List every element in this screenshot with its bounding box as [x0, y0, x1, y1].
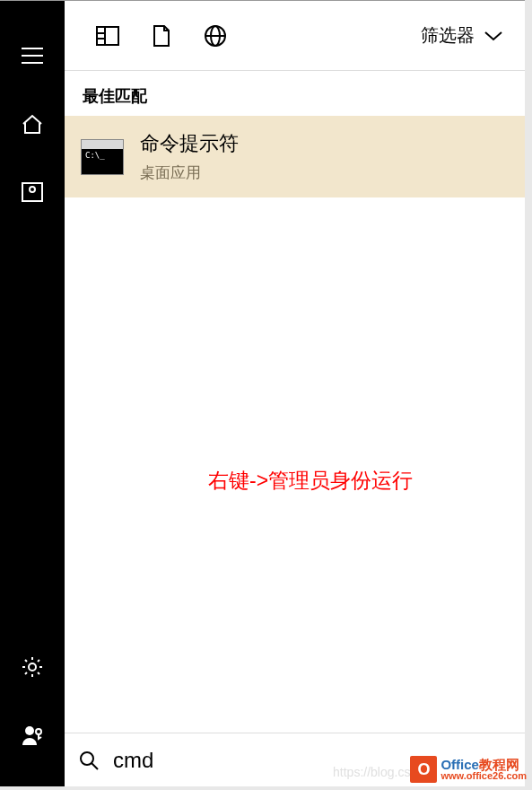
main-panel: 筛选器 最佳匹配 命令提示符 桌面应用 右键->管理员身份运行 [65, 1, 525, 786]
hamburger-icon[interactable] [0, 31, 65, 80]
best-match-header: 最佳匹配 [65, 71, 525, 116]
filter-dropdown[interactable]: 筛选器 [421, 23, 509, 48]
result-cmd[interactable]: 命令提示符 桌面应用 [65, 116, 525, 198]
office-url: www.office26.com [440, 771, 527, 781]
search-icon [79, 750, 99, 770]
filter-label: 筛选器 [421, 23, 475, 48]
svg-rect-8 [97, 27, 118, 45]
result-title: 命令提示符 [140, 130, 239, 157]
annotation-text: 右键->管理员身份运行 [208, 467, 413, 495]
svg-line-16 [92, 763, 98, 769]
svg-point-6 [25, 726, 34, 735]
gear-icon[interactable] [0, 643, 65, 691]
content-area: 右键->管理员身份运行 [65, 198, 525, 733]
tab-apps-icon[interactable] [81, 1, 135, 71]
tab-documents-icon[interactable] [135, 1, 188, 71]
office-badge-icon: O [410, 756, 437, 783]
sidebar [0, 1, 65, 786]
office-title: Office教程网 [440, 758, 527, 771]
person-icon[interactable] [0, 711, 65, 759]
office-text: Office教程网 www.office26.com [440, 758, 527, 781]
svg-point-4 [30, 187, 35, 192]
watermark-office: O Office教程网 www.office26.com [410, 756, 527, 783]
home-icon[interactable] [0, 100, 65, 148]
svg-point-15 [81, 752, 93, 765]
search-window: 筛选器 最佳匹配 命令提示符 桌面应用 右键->管理员身份运行 [0, 0, 525, 786]
svg-point-7 [36, 729, 41, 734]
chevron-down-icon [484, 31, 503, 41]
svg-point-5 [29, 663, 36, 671]
result-text: 命令提示符 桌面应用 [140, 130, 239, 183]
tab-web-icon[interactable] [188, 1, 242, 71]
cmd-app-icon [81, 139, 124, 175]
result-subtitle: 桌面应用 [140, 162, 239, 183]
photo-icon[interactable] [0, 168, 65, 216]
topbar: 筛选器 [65, 1, 525, 71]
